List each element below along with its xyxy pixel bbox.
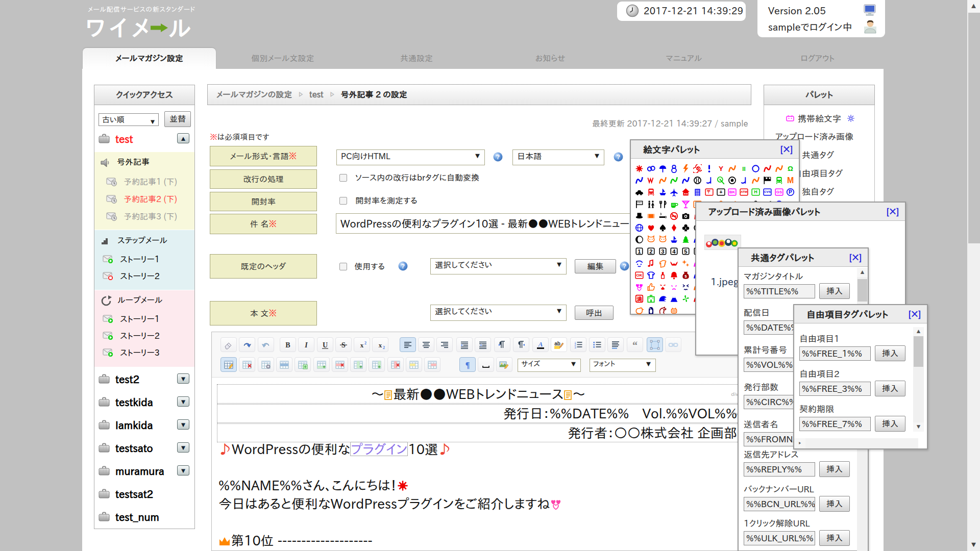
svg-text:P: P <box>789 189 792 195</box>
svg-text:3: 3 <box>661 248 664 255</box>
svg-text:$: $ <box>684 274 687 279</box>
svg-text:Ω: Ω <box>788 165 793 172</box>
svg-text:x: x <box>379 341 382 349</box>
svg-text:4: 4 <box>672 248 676 255</box>
svg-text:x: x <box>360 341 364 349</box>
svg-text:2: 2 <box>649 248 652 255</box>
svg-text:A: A <box>537 340 543 348</box>
svg-text:CVS: CVS <box>764 190 771 193</box>
svg-text:BK: BK <box>729 190 736 194</box>
svg-text:M: M <box>787 176 794 185</box>
svg-text:OK: OK <box>636 273 643 278</box>
svg-text:2: 2 <box>383 345 385 350</box>
svg-text:H: H <box>754 189 757 194</box>
svg-text:?: ? <box>623 263 626 270</box>
svg-text:Y: Y <box>719 165 723 172</box>
svg-text:II: II <box>742 166 745 172</box>
svg-text:3: 3 <box>575 346 576 349</box>
svg-text:U: U <box>322 341 327 349</box>
svg-text:満: 満 <box>636 296 642 302</box>
svg-text:+: + <box>720 189 723 195</box>
svg-text:〒: 〒 <box>707 189 712 194</box>
svg-text:“: “ <box>632 340 638 350</box>
svg-text:?: ? <box>496 154 500 161</box>
svg-text:5: 5 <box>684 248 687 255</box>
svg-text:¶: ¶ <box>465 361 470 369</box>
svg-text:GS: GS <box>776 190 782 194</box>
svg-text:B: B <box>285 341 290 349</box>
svg-text:ab: ab <box>554 341 560 346</box>
svg-text:I: I <box>304 341 308 349</box>
svg-text:?: ? <box>401 263 405 270</box>
svg-text:?: ? <box>617 154 620 161</box>
svg-text:1: 1 <box>638 248 641 255</box>
svg-text:2: 2 <box>364 341 366 345</box>
svg-text:ATM: ATM <box>741 190 747 193</box>
